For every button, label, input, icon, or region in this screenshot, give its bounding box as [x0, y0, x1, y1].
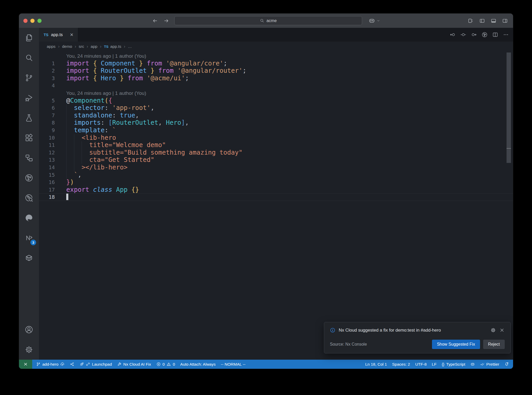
breadcrumb-segment[interactable]: apps	[47, 44, 56, 49]
activity-item-extensions[interactable]	[19, 128, 39, 148]
status-problems[interactable]: 00	[154, 360, 178, 369]
token: }	[66, 178, 70, 186]
activity-item-hierarchy[interactable]	[19, 148, 39, 168]
code-text: import { Hero } from '@acme/ui';	[58, 75, 513, 82]
token: RouterOutlet	[101, 67, 147, 74]
indent-guide	[74, 164, 82, 171]
tab-close-icon[interactable]: ×	[70, 32, 73, 38]
chevron-right-icon: ›	[124, 44, 125, 49]
breadcrumb[interactable]: apps›demo›src›app›TSapp.ts›…	[39, 42, 513, 51]
status-text: TypeScript	[446, 362, 465, 367]
code-text: `,	[58, 171, 513, 179]
breadcrumb-segment[interactable]: src	[79, 44, 84, 49]
search-icon	[25, 54, 33, 62]
code-text	[58, 82, 513, 89]
status-text: UTF-8	[415, 362, 427, 367]
zoom-window-button[interactable]	[37, 19, 42, 23]
status-launchpad[interactable]: Launchpad	[77, 360, 115, 369]
check-all-icon	[480, 362, 484, 366]
token: '@acme/ui'	[147, 74, 185, 82]
status-notifications-bell[interactable]	[502, 360, 511, 369]
command-center-search[interactable]: acme	[174, 16, 362, 25]
status-git-branch[interactable]: add-hero	[34, 360, 67, 369]
status-text: -- NORMAL --	[221, 362, 245, 367]
activity-item-containers[interactable]	[19, 248, 39, 268]
line-number: 14	[39, 164, 58, 171]
notification-close-icon[interactable]	[499, 327, 505, 333]
toggle-primary-sidebar-icon[interactable]	[479, 18, 485, 24]
breadcrumb-file[interactable]: TSapp.ts	[104, 44, 121, 49]
tab-app-ts[interactable]: TS app.ts ×	[39, 28, 78, 42]
token: }	[139, 60, 143, 67]
activity-item-nx-console[interactable]: 3	[19, 228, 39, 248]
link-icon	[86, 362, 90, 366]
go-forward-icon[interactable]	[163, 18, 169, 24]
breadcrumb-overflow[interactable]: …	[128, 44, 132, 49]
go-back-icon[interactable]	[152, 18, 158, 24]
status-copilot[interactable]	[468, 360, 477, 369]
token: cta="Get Started"	[89, 156, 155, 163]
status-commit-graph[interactable]	[67, 360, 77, 369]
activity-item-source-control[interactable]	[19, 68, 39, 88]
line-number: 8	[39, 119, 58, 127]
notification-toast: Nx Cloud suggested a fix for demo:test i…	[324, 322, 511, 353]
code-editor[interactable]: You, 24 minutes ago | 1 author (You)1imp…	[39, 51, 513, 360]
toggle-secondary-sidebar-icon[interactable]	[502, 18, 508, 24]
status-encoding[interactable]: UTF-8	[413, 360, 429, 369]
status-indentation[interactable]: Spaces: 2	[389, 360, 413, 369]
code-text: subtitle="Build something amazing today"	[58, 149, 513, 156]
reject-button[interactable]: Reject	[483, 340, 505, 349]
activity-item-edge-tools[interactable]	[19, 208, 39, 228]
activity-item-accounts[interactable]	[19, 320, 39, 340]
changes-icon[interactable]	[460, 32, 466, 38]
status-bar: add-heroLaunchpadNx Cloud AI Fix00Auto A…	[19, 360, 513, 369]
copilot-icon	[369, 17, 375, 24]
search-value: acme	[267, 18, 277, 23]
show-suggested-fix-button[interactable]: Show Suggested Fix	[432, 340, 480, 349]
source-control-graph-icon[interactable]	[482, 32, 488, 38]
tab-bar: TS app.ts ×	[39, 28, 513, 42]
token: }	[120, 74, 124, 82]
more-actions-icon[interactable]	[503, 32, 509, 38]
activity-item-gitlens-inspect[interactable]	[19, 188, 39, 208]
activity-item-search[interactable]	[19, 48, 39, 68]
status-vim-mode[interactable]: -- NORMAL --	[218, 360, 248, 369]
code-text: @Component({	[58, 97, 513, 104]
status-language-mode[interactable]: {}TypeScript	[439, 360, 468, 369]
customize-layout-icon[interactable]	[468, 18, 474, 24]
token: {	[93, 74, 97, 82]
activity-item-explorer[interactable]	[19, 28, 39, 48]
breadcrumb-segment[interactable]: demo	[62, 44, 72, 49]
status-remote-indicator[interactable]	[19, 360, 32, 369]
status-nx-cloud-ai-fix[interactable]: Nx Cloud AI Fix	[115, 360, 154, 369]
activity-item-gitlens[interactable]	[19, 168, 39, 188]
line-number: 9	[39, 127, 58, 134]
token	[116, 74, 120, 82]
chevron-right-icon: ›	[100, 44, 101, 49]
breadcrumb-segment[interactable]: app	[91, 44, 97, 49]
notification-settings-icon[interactable]	[490, 327, 496, 333]
split-editor-icon[interactable]	[492, 32, 498, 38]
status-cursor-position[interactable]: Ln 18, Col 1	[363, 360, 390, 369]
editor-scrollbar[interactable]	[507, 52, 511, 163]
navigate-next-change-icon[interactable]	[471, 32, 477, 38]
navigate-previous-change-icon[interactable]	[450, 32, 456, 38]
line-number: 4	[39, 82, 58, 89]
token	[143, 60, 147, 67]
activity-item-run-debug[interactable]	[19, 88, 39, 108]
status-prettier[interactable]: Prettier	[477, 360, 502, 369]
token	[135, 60, 139, 67]
account-icon	[25, 325, 33, 334]
toggle-panel-icon[interactable]	[491, 18, 496, 24]
extensions-icon	[25, 134, 33, 142]
tab-label: app.ts	[51, 32, 63, 37]
notification-source: Source: Nx Console	[330, 342, 432, 347]
close-window-button[interactable]	[23, 19, 28, 23]
minimize-window-button[interactable]	[30, 19, 35, 23]
typescript-file-icon: TS	[104, 45, 108, 49]
copilot-menu[interactable]	[369, 14, 380, 28]
status-auto-attach[interactable]: Auto Attach: Always	[178, 360, 218, 369]
activity-item-testing[interactable]	[19, 108, 39, 128]
activity-item-settings[interactable]	[19, 340, 39, 360]
status-eol[interactable]: LF	[429, 360, 439, 369]
